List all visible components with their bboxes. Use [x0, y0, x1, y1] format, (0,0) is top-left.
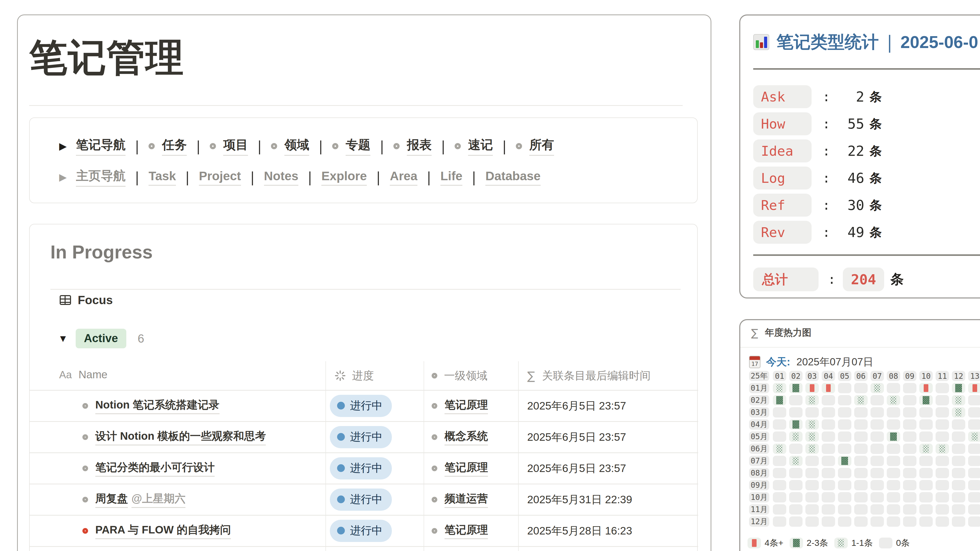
- area-link[interactable]: 频道运营: [445, 491, 488, 508]
- heatmap-cell: [854, 456, 868, 466]
- table-row[interactable]: Notion 笔记系统搭建记录进行中笔记原理2025年6月5日 23:57: [30, 391, 698, 422]
- status-badge[interactable]: 进行中: [330, 457, 392, 480]
- column-header-status[interactable]: 进度: [334, 368, 374, 383]
- nav-link[interactable]: 报表: [407, 137, 432, 156]
- heatmap-cell: [805, 383, 819, 393]
- area-link[interactable]: 笔记原理: [445, 522, 488, 539]
- column-header-edited[interactable]: ∑ 关联条目最后编辑时间: [527, 368, 651, 383]
- row-status-cell[interactable]: 进行中: [330, 422, 392, 453]
- heatmap-day-header: 06: [854, 371, 868, 381]
- heatmap-cell: [773, 395, 786, 405]
- nav-link[interactable]: 领域: [285, 137, 309, 156]
- heatmap-cell: [805, 492, 819, 502]
- nav-link[interactable]: Explore: [321, 169, 367, 186]
- nav-separator: |: [308, 168, 312, 186]
- row-title-link[interactable]: 设计 Notion 模板的一些观察和思考: [95, 429, 266, 445]
- group-status-badge[interactable]: Active: [76, 329, 126, 348]
- row-name-cell[interactable]: PARA 与 FLOW 的自我拷问: [83, 516, 231, 546]
- heatmap-cell: [789, 456, 803, 466]
- table-row[interactable]: 周复盘@上星期六进行中频道运营2025年5月31日 22:39: [30, 484, 698, 516]
- column-header-name[interactable]: Aa Name: [59, 368, 107, 381]
- toggle-icon[interactable]: ▶: [59, 171, 67, 183]
- table-row[interactable]: PARA 与 FLOW 的自我拷问进行中笔记原理2025年5月28日 16:23: [30, 516, 698, 547]
- stat-unit: 条: [869, 143, 882, 159]
- row-title-mention[interactable]: @上星期六: [132, 491, 185, 508]
- area-link[interactable]: 笔记原理: [445, 398, 488, 414]
- nav-link[interactable]: 笔记导航: [76, 137, 126, 156]
- nav-link[interactable]: 速记: [468, 137, 493, 156]
- nav-link[interactable]: Database: [485, 169, 540, 186]
- status-badge[interactable]: 进行中: [330, 395, 392, 417]
- row-status-cell[interactable]: 进行中: [330, 547, 392, 551]
- row-name-cell[interactable]: 笔记分类的最小可行设计: [83, 453, 215, 484]
- column-header-area[interactable]: 一级领域: [432, 368, 487, 383]
- page-ring-icon: [83, 497, 88, 502]
- row-area-cell[interactable]: 笔记原理: [432, 516, 488, 546]
- heatmap-month-row: 07月: [749, 456, 980, 466]
- heatmap-cell: [952, 432, 965, 442]
- stats-total-row: 总计 : 204 条: [753, 267, 904, 292]
- nav-link[interactable]: Notes: [264, 169, 298, 186]
- heatmap-cell: [968, 432, 980, 442]
- row-name-cell[interactable]: Notion 笔记系统搭建记录: [83, 391, 220, 421]
- heat-level-4-glyph: [810, 384, 815, 392]
- table-row[interactable]: 设计 Notion 模板的一些观察和思考进行中概念系统2025年6月5日 23:…: [30, 422, 698, 453]
- stat-unit: 条: [869, 89, 882, 105]
- heatmap-cell: [952, 395, 965, 405]
- area-link[interactable]: 笔记原理: [445, 460, 488, 476]
- row-title-link[interactable]: PARA 与 FLOW 的自我拷问: [95, 522, 231, 539]
- area-link[interactable]: 概念系统: [445, 429, 488, 445]
- heatmap-cell: [822, 419, 835, 430]
- heatmap-cell: [805, 456, 819, 466]
- nav-link[interactable]: 任务: [162, 137, 187, 156]
- row-area-cell[interactable]: 频道运营: [432, 484, 488, 515]
- total-unit: 条: [890, 270, 904, 288]
- nav-link[interactable]: Project: [199, 169, 241, 186]
- row-status-cell[interactable]: 进行中: [330, 516, 392, 546]
- heat-level-1-glyph: [809, 445, 815, 453]
- status-label: 进行中: [350, 430, 383, 444]
- heatmap-cell: [789, 516, 803, 527]
- page-ring-icon: [432, 497, 437, 502]
- row-status-cell[interactable]: 进行中: [330, 391, 392, 421]
- row-name-cell[interactable]: [83, 547, 95, 551]
- column-divider: [424, 516, 424, 546]
- toggle-icon[interactable]: ▶: [59, 140, 67, 152]
- status-badge[interactable]: 进行中: [330, 426, 392, 448]
- row-area-cell[interactable]: 笔记原理: [432, 453, 488, 484]
- row-area-cell[interactable]: 概念系统: [432, 422, 488, 453]
- nav-link[interactable]: 专题: [345, 137, 371, 156]
- row-name-cell[interactable]: 设计 Notion 模板的一些观察和思考: [83, 422, 266, 453]
- heatmap-cell: [887, 480, 900, 490]
- view-tab-focus[interactable]: Focus: [60, 293, 113, 307]
- row-title-link[interactable]: 笔记分类的最小可行设计: [95, 460, 215, 476]
- heatmap-month-label: 05月: [749, 432, 769, 442]
- heatmap-day-header: 01: [773, 371, 786, 381]
- status-badge[interactable]: 进行中: [330, 520, 392, 542]
- row-status-cell[interactable]: 进行中: [330, 484, 392, 515]
- row-name-cell[interactable]: 周复盘@上星期六: [83, 484, 185, 515]
- table-row[interactable]: 进行中: [30, 547, 698, 551]
- row-title-link[interactable]: Notion 笔记系统搭建记录: [95, 398, 220, 414]
- stat-count: 22: [830, 143, 864, 159]
- nav-link[interactable]: 所有: [529, 137, 554, 156]
- table-row[interactable]: 笔记分类的最小可行设计进行中笔记原理2025年6月5日 23:57: [30, 453, 698, 484]
- stat-unit: 条: [869, 224, 882, 241]
- group-collapse-toggle[interactable]: ▼: [58, 333, 68, 344]
- nav-link[interactable]: Task: [148, 169, 176, 186]
- stat-colon: :: [822, 116, 830, 132]
- status-badge[interactable]: 进行中: [330, 489, 392, 511]
- column-divider: [518, 391, 519, 421]
- row-area-cell[interactable]: 笔记原理: [432, 391, 488, 421]
- row-title-link[interactable]: 周复盘: [95, 491, 128, 508]
- nav-link[interactable]: Area: [390, 169, 417, 186]
- heatmap-cell: [838, 407, 851, 418]
- nav-link[interactable]: 主页导航: [76, 168, 126, 187]
- row-status-cell[interactable]: 进行中: [330, 453, 392, 484]
- nav-link[interactable]: 项目: [223, 137, 248, 156]
- stat-label-pill: Idea: [753, 140, 811, 162]
- nav-link[interactable]: Life: [441, 169, 462, 186]
- page-ring-icon: [210, 143, 216, 149]
- heatmap-cell: [870, 468, 884, 478]
- heatmap-month-row: 08月: [749, 468, 980, 478]
